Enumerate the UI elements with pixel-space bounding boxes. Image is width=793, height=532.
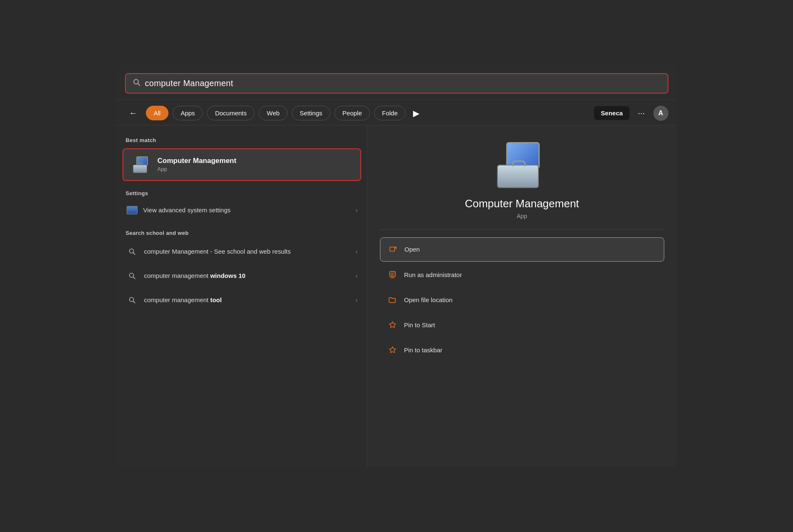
filter-row: ← All Apps Documents Web Settings People… [117,100,677,125]
best-match-name: Computer Management [158,157,237,165]
web-item-1[interactable]: computer management windows 10 › [117,264,367,288]
pin-start-icon [387,319,398,331]
toolbox-handle-large [512,160,525,166]
action-open-label: Open [405,246,420,253]
left-panel: Best match Computer Management App [117,125,367,467]
settings-item-label: View advanced system settings [143,206,351,214]
action-pin-start-label: Pin to Start [404,321,435,328]
admin-icon [387,269,398,281]
web-section: Search school and web computer Managemen… [117,227,367,312]
action-run-admin-label: Run as administrator [404,271,462,278]
svg-line-7 [133,301,135,303]
toolbox-large [497,165,539,188]
settings-monitor-icon [127,206,138,214]
action-run-admin[interactable]: Run as administrator [380,263,664,287]
search-bar[interactable]: computer Management [125,73,668,94]
web-item-chevron-1: › [356,272,358,279]
user-avatar[interactable]: A [653,106,668,121]
pin-taskbar-icon [387,344,398,356]
svg-line-5 [133,277,135,279]
search-web-icon-1 [126,270,138,282]
settings-section: Settings View advanced system settings › [117,187,367,221]
action-open-location-label: Open file location [404,296,453,303]
settings-item-icon [126,205,138,215]
account-button[interactable]: Seneca [594,106,630,120]
best-match-label: Best match [117,134,367,147]
action-pin-start[interactable]: Pin to Start [380,313,664,337]
action-list: Open Run as administrator [380,237,664,364]
filter-more-button[interactable]: ▶ [410,106,423,121]
more-dots-button[interactable]: ··· [634,106,649,120]
svg-rect-9 [390,271,395,276]
divider [380,229,664,230]
settings-item-chevron: › [356,207,358,214]
svg-line-1 [138,83,140,85]
web-item-chevron-0: › [356,248,358,255]
filter-folders[interactable]: Folde [374,106,406,120]
toolbox-handle [138,163,143,165]
main-content: Best match Computer Management App [117,125,677,467]
web-item-text-1: computer management windows 10 [144,271,350,280]
best-match-type: App [158,166,237,172]
best-match-text: Computer Management App [158,157,237,172]
action-pin-taskbar-label: Pin to taskbar [404,346,443,354]
filter-all[interactable]: All [146,106,169,120]
app-subtitle-large: App [517,213,527,219]
app-icon-large [497,142,547,188]
best-match-item[interactable]: Computer Management App [122,148,361,181]
settings-section-label: Settings [117,187,367,200]
toolbox-part [133,165,147,173]
filter-apps[interactable]: Apps [173,106,203,120]
web-item-2[interactable]: computer management tool › [117,288,367,312]
svg-rect-8 [390,247,395,251]
right-panel: Computer Management App Open [367,125,677,467]
search-icon [133,78,141,89]
filter-web[interactable]: Web [259,106,288,120]
search-panel: computer Management ← All Apps Documents… [117,66,677,467]
action-open[interactable]: Open [380,237,664,262]
filter-settings[interactable]: Settings [292,106,330,120]
settings-item-advanced[interactable]: View advanced system settings › [117,200,367,221]
web-item-text-2: computer management tool [144,295,350,304]
search-bar-wrapper: computer Management [117,66,677,100]
computer-management-icon-small [133,156,151,173]
action-pin-taskbar[interactable]: Pin to taskbar [380,339,664,362]
folder-icon [387,294,398,306]
search-web-icon-2 [126,294,138,306]
web-item-0[interactable]: computer Management - See school and web… [117,239,367,264]
web-item-chevron-2: › [356,297,358,303]
web-section-label: Search school and web [117,227,367,239]
best-match-icon [133,155,152,174]
app-title-large: Computer Management [465,197,579,210]
action-open-location[interactable]: Open file location [380,288,664,312]
svg-line-3 [133,252,135,255]
back-button[interactable]: ← [125,106,142,120]
search-input-text: computer Management [145,79,233,88]
open-icon [387,244,399,255]
web-item-text-0: computer Management - See school and web… [144,247,350,256]
search-web-icon-0 [126,245,138,258]
filter-people[interactable]: People [334,106,370,120]
filter-documents[interactable]: Documents [207,106,255,120]
